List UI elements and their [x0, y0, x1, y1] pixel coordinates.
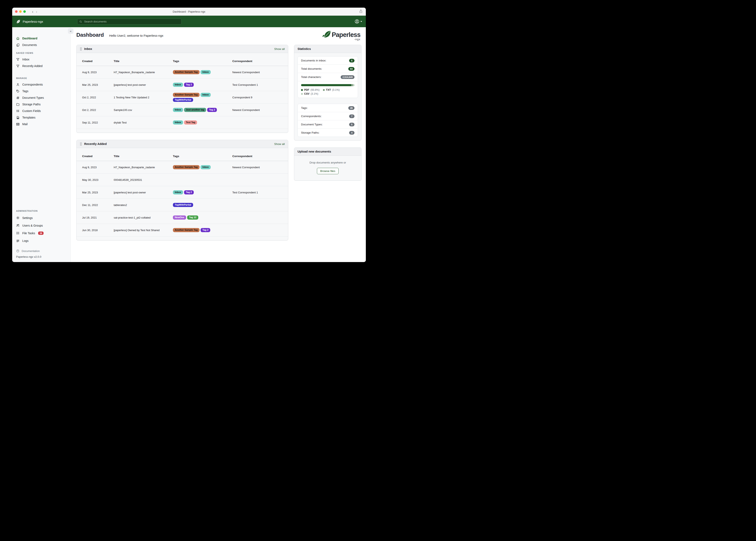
stat-value-badge: 7: [349, 114, 354, 118]
sidebar-item-label: Templates: [22, 116, 35, 119]
inbox-show-all-link[interactable]: Show all: [274, 47, 285, 51]
sidebar-item-inbox[interactable]: Inbox: [12, 56, 70, 63]
table-row[interactable]: Sep 11, 2022drylab TestInboxTest Tag: [77, 116, 288, 129]
tag-chip[interactable]: TagWithPartial: [173, 98, 193, 102]
stat-row: Total documents:64: [298, 65, 358, 73]
table-row[interactable]: Dec 11, 2022tablerates2TagWithPartial: [77, 199, 288, 211]
statistics-list: Documents in inbox:5Total documents:64To…: [298, 56, 358, 98]
sidebar-item-file-tasks[interactable]: File Tasks16: [12, 229, 70, 237]
history-back-icon[interactable]: ‹: [31, 9, 35, 14]
file-tasks-count-badge: 16: [38, 232, 44, 235]
sidebar-item-custom-fields[interactable]: Custom Fields: [12, 108, 70, 114]
browse-files-button[interactable]: Browse files: [317, 168, 339, 174]
sidebar-item-documentation[interactable]: Documentation: [12, 248, 70, 254]
cell-correspondent: Newest Correspondent: [232, 71, 286, 74]
cell-title: 0004814539_20230531: [114, 178, 173, 182]
tag-chip[interactable]: TagWithPartial: [173, 203, 193, 207]
sidebar-item-settings[interactable]: Settings: [12, 214, 70, 222]
cell-tags: InboxJust another tagTag 2: [173, 107, 232, 113]
window-close-button[interactable]: [15, 10, 18, 13]
cell-created: Jul 19, 2021: [82, 216, 114, 219]
table-row[interactable]: Jul 19, 2021sat-practice-test-1_pt2-coll…: [77, 211, 288, 224]
user-menu[interactable]: [354, 19, 362, 24]
column-header: Title: [114, 155, 173, 158]
table-row[interactable]: Jun 30, 2018[paperless] Owned by Test No…: [77, 224, 288, 237]
sidebar-item-users-groups[interactable]: Users & Groups: [12, 222, 70, 229]
window-minimize-button[interactable]: [19, 10, 22, 13]
tag-chip[interactable]: Tag 2: [184, 190, 194, 195]
cell-tags: InboxTag 2: [173, 81, 232, 88]
sidebar-item-document-types[interactable]: Document Types: [12, 94, 70, 101]
file-type-chart: PDF (93.8%)TXT (3.1%)CSV (3.1%): [298, 81, 358, 98]
sidebar-collapse-button[interactable]: «: [68, 28, 73, 34]
table-row[interactable]: Aug 9, 2023H7_Napoleon_Bonaparte_zadanie…: [77, 66, 288, 79]
share-icon[interactable]: [359, 9, 363, 13]
drag-handle-icon[interactable]: [80, 142, 82, 146]
paperless-leaf-logo-icon: [322, 30, 331, 39]
column-header: Correspondent: [232, 155, 286, 158]
cell-correspondent: Newest Correspondent: [232, 109, 286, 112]
history-forward-icon[interactable]: ›: [35, 9, 39, 14]
stat-label: Document Types:: [301, 123, 323, 126]
main-content: Dashboard Hello User2, welcome to Paperl…: [71, 27, 366, 262]
table-row[interactable]: Oct 2, 20221 Testing New Title Updated 2…: [77, 91, 288, 104]
sidebar-item-correspondents[interactable]: Correspondents: [12, 81, 70, 88]
tag-chip[interactable]: Just another tag: [184, 108, 206, 112]
column-header: Title: [114, 60, 173, 63]
sidebar-item-dashboard[interactable]: Dashboard: [12, 35, 70, 42]
tag-chip[interactable]: Inbox: [201, 165, 211, 169]
tag-chip[interactable]: Test Tag: [184, 120, 197, 125]
tag-chip[interactable]: NewOne: [173, 216, 186, 220]
window-zoom-button[interactable]: [23, 10, 26, 13]
stat-label: Storage Paths:: [301, 131, 319, 134]
drag-handle-icon[interactable]: [80, 47, 82, 51]
cell-tags: Another Sample TagInboxTagWithPartial: [173, 92, 232, 103]
tag-icon: [16, 90, 20, 93]
stat-row: Correspondents:7: [298, 112, 358, 120]
tag-chip[interactable]: Tag 2: [201, 228, 210, 232]
tag-chip[interactable]: Tag 2: [207, 108, 217, 112]
table-row[interactable]: Mar 25, 2023[paperless] test post-ownerI…: [77, 79, 288, 91]
tag-chip[interactable]: Tag 12: [187, 216, 198, 220]
cell-created: Mar 25, 2023: [82, 191, 114, 194]
table-row[interactable]: Oct 2, 2022Sample100.csvInboxJust anothe…: [77, 104, 288, 116]
tag-chip[interactable]: Inbox: [201, 93, 211, 97]
search-input[interactable]: [84, 20, 180, 23]
sidebar-item-tags[interactable]: Tags: [12, 88, 70, 94]
tag-chip[interactable]: Another Sample Tag: [173, 165, 200, 169]
upload-dropzone[interactable]: Drop documents anywhere or Browse files: [294, 156, 361, 181]
bar-segment-txt: [351, 84, 353, 86]
tag-chip[interactable]: Another Sample Tag: [173, 228, 200, 232]
search-box: [77, 19, 182, 25]
cell-tags: TagWithPartial: [173, 202, 232, 208]
templates-icon: [16, 116, 20, 119]
sidebar-item-mail[interactable]: Mail: [12, 121, 70, 127]
table-row[interactable]: Aug 9, 2023H7_Napoleon_Bonaparte_zadanie…: [77, 161, 288, 174]
recently-added-show-all-link[interactable]: Show all: [274, 143, 285, 146]
sidebar-item-templates[interactable]: Templates: [12, 114, 70, 121]
cell-created: Aug 9, 2023: [82, 71, 114, 74]
tag-chip[interactable]: Inbox: [173, 83, 183, 87]
tag-chip[interactable]: Another Sample Tag: [173, 93, 200, 97]
table-row[interactable]: May 30, 20230004814539_20230531: [77, 174, 288, 186]
sidebar-item-label: Storage Paths: [22, 103, 41, 106]
tag-chip[interactable]: Another Sample Tag: [173, 70, 200, 74]
sidebar-administration: SettingsUsers & GroupsFile Tasks16Logs: [12, 214, 70, 245]
legend-percent: (93.8%): [311, 89, 320, 91]
sidebar-item-documents[interactable]: Documents: [12, 42, 70, 48]
column-header: Correspondent: [232, 60, 286, 63]
sidebar-item-recently-added[interactable]: Recently Added: [12, 63, 70, 69]
sidebar-item-storage-paths[interactable]: Storage Paths: [12, 101, 70, 108]
tag-chip[interactable]: Tag 2: [184, 83, 194, 87]
tag-chip[interactable]: Inbox: [173, 108, 183, 112]
stat-row: Documents in inbox:5: [298, 57, 358, 65]
brand[interactable]: Paperless-ngx: [12, 19, 43, 24]
sidebar-item-logs[interactable]: Logs: [12, 237, 70, 245]
sidebar-item-label: Documents: [22, 43, 37, 47]
tag-chip[interactable]: Inbox: [201, 70, 211, 74]
tag-chip[interactable]: Inbox: [173, 120, 183, 125]
app-version: Paperless-ngx v2.0.0: [12, 254, 70, 258]
tag-chip[interactable]: Inbox: [173, 190, 183, 195]
sidebar-item-label: Custom Fields: [22, 109, 41, 113]
table-row[interactable]: Mar 25, 2023[paperless] test post-ownerI…: [77, 186, 288, 199]
